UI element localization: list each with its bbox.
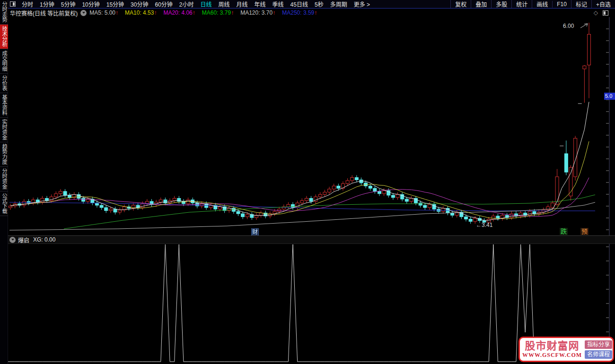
period-item-7[interactable]: 2小时 <box>176 0 197 8</box>
watermark-site-url: WWW.GSCFW.COM <box>522 352 582 358</box>
sidebar-item-5[interactable]: 实时资金 <box>0 118 8 142</box>
period-item-4[interactable]: 15分钟 <box>103 0 127 8</box>
period-item-14[interactable]: 5秒 <box>311 0 327 8</box>
watermark-site-name: 股市财富网 <box>522 340 582 352</box>
tool-item-5[interactable]: F10 <box>552 1 571 8</box>
watermark-badge-indicator-share: 指标分享 <box>585 340 612 349</box>
window-icon[interactable] <box>10 1 16 7</box>
sidebar-item-2[interactable]: 成交明细 <box>0 49 8 74</box>
period-menu-bar: 分时1分钟5分钟10分钟15分钟30分钟60分钟2小时日线周线月线年线季线45日… <box>8 0 615 9</box>
candles <box>9 23 591 225</box>
indicator-panel-header: 爆启 XG: 0.00 <box>8 235 615 244</box>
sidebar-item-7[interactable]: 分时资金 <box>0 167 8 191</box>
period-item-1[interactable]: 1分钟 <box>36 0 58 8</box>
last-price-label: 5.0 <box>604 93 615 100</box>
watermark-badge-courses: 名师课程 <box>585 350 612 359</box>
chevron-down-icon[interactable] <box>80 10 87 16</box>
period-item-8[interactable]: 日线 <box>197 0 215 8</box>
tool-item-4[interactable]: 画线 <box>532 0 552 8</box>
sidebar-item-4[interactable]: 基本资料 <box>0 93 8 118</box>
stock-title: 华控赛格(日线 等比前复权) <box>10 9 78 17</box>
sidebar-item-8[interactable]: 公式下载 <box>0 191 8 216</box>
tools-menu: 复权叠加多股统计画线F10标记+自选 <box>450 0 615 8</box>
ma-label-2: MA20: 4.06↑ <box>163 9 195 16</box>
sidebar-item-1[interactable]: 技术分析 <box>0 25 8 49</box>
high-price-annotation: 6.00 <box>563 23 574 29</box>
period-item-0[interactable]: 分时 <box>18 0 36 8</box>
period-menu: 分时1分钟5分钟10分钟15分钟30分钟60分钟2小时日线周线月线年线季线45日… <box>18 0 450 8</box>
period-item-16[interactable]: 更多 > <box>351 0 373 8</box>
period-item-11[interactable]: 年线 <box>251 0 269 8</box>
period-item-2[interactable]: 5分钟 <box>58 0 79 8</box>
title-icons: ◇ <box>594 9 608 16</box>
chevron-down-icon[interactable] <box>9 237 16 243</box>
ma-label-0: MA5: 5.00↑ <box>89 9 118 16</box>
period-item-12[interactable]: 季线 <box>269 0 287 8</box>
low-price-annotation: ←3.41 <box>476 222 492 228</box>
period-item-10[interactable]: 月线 <box>233 0 251 8</box>
tool-item-3[interactable]: 统计 <box>511 0 532 8</box>
watermark-text: 股市财富网 WWW.GSCFW.COM <box>522 340 582 358</box>
ma-label-5: MA250: 3.59↑ <box>282 9 317 16</box>
chart-title-bar: 华控赛格(日线 等比前复权) MA5: 5.00↑MA10: 4.53↑MA20… <box>8 9 615 17</box>
period-item-6[interactable]: 60分钟 <box>151 0 176 8</box>
tool-item-7[interactable]: +自选 <box>591 0 615 8</box>
left-sidebar: 分时走势技术分析成交明细分价表基本资料实时资金趋势力度分时资金公式下载 <box>0 0 8 364</box>
period-item-9[interactable]: 周线 <box>215 0 233 8</box>
period-item-15[interactable]: 多周期 <box>327 0 351 8</box>
financial-report-marker[interactable]: 财 <box>251 228 259 236</box>
period-item-3[interactable]: 10分钟 <box>79 0 103 8</box>
split-panel-icon[interactable] <box>603 10 608 16</box>
indicator-name: 爆启 <box>18 236 29 244</box>
fall-button[interactable]: 跌 <box>560 228 568 235</box>
watermark-badges: 指标分享 名师课程 <box>585 340 612 359</box>
ma-label-4: MA120: 3.70↑ <box>240 9 275 16</box>
tool-item-2[interactable]: 多股 <box>491 0 511 8</box>
period-item-5[interactable]: 30分钟 <box>127 0 151 8</box>
ma-label-3: MA60: 3.79↑ <box>202 9 234 16</box>
watermark: 股市财富网 WWW.GSCFW.COM 指标分享 名师课程 <box>518 337 614 362</box>
tool-item-1[interactable]: 叠加 <box>471 0 491 8</box>
ma-values: MA5: 5.00↑MA10: 4.53↑MA20: 4.06↑MA60: 3.… <box>89 9 317 16</box>
sidebar-item-0[interactable]: 分时走势 <box>0 0 8 25</box>
alert-button[interactable]: 预 <box>580 228 589 235</box>
main-chart[interactable] <box>8 17 615 364</box>
period-item-13[interactable]: 45日线 <box>287 0 311 8</box>
sidebar-item-6[interactable]: 趋势力度 <box>0 142 8 167</box>
indicator-value: XG: 0.00 <box>33 236 55 243</box>
tool-item-6[interactable]: 标记 <box>571 0 591 8</box>
app-window: 分时走势技术分析成交明细分价表基本资料实时资金趋势力度分时资金公式下载 分时1分… <box>0 0 615 364</box>
diamond-icon[interactable]: ◇ <box>594 9 598 16</box>
ma-label-1: MA10: 4.53↑ <box>125 9 157 16</box>
tool-item-0[interactable]: 复权 <box>450 0 471 8</box>
sidebar-item-3[interactable]: 分价表 <box>0 74 8 93</box>
